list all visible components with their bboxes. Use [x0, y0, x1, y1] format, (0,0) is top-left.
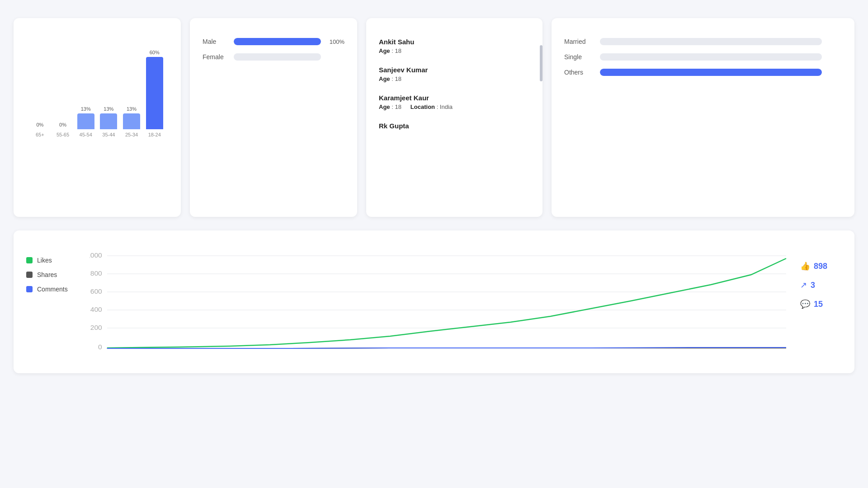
relationship-rows: MarriedSingleOthers [564, 38, 842, 76]
legend-label: Likes [37, 257, 52, 264]
rel-bar-bg [600, 69, 822, 76]
profile-entry: Karamjeet KaurAge : 18Location : India [379, 94, 530, 113]
gender-pct: 100% [327, 38, 344, 45]
dashboard: 0%65+0%55-6513%45-5413%35-4413%25-3460%1… [0, 0, 868, 387]
svg-text:600: 600 [90, 288, 102, 295]
profile-meta-row: Age : 18 [379, 75, 530, 82]
rel-row: Married [564, 38, 842, 45]
bar-bottom-label: 18-24 [148, 132, 161, 137]
target-profile-card: Ankit SahuAge : 18Sanjeev KumarAge : 18K… [366, 18, 542, 217]
svg-text:1,000: 1,000 [90, 252, 102, 259]
stat-item: 👍898 [800, 261, 836, 271]
social-engagement-card: LikesSharesComments 1,000 800 600 400 20… [14, 230, 854, 373]
legend-dot [26, 257, 33, 263]
stat-number: 15 [814, 300, 823, 309]
bar-bottom-label: 25-34 [125, 132, 138, 137]
shares-icon: ↗ [800, 280, 807, 290]
age-bar-group: 0%65+ [31, 122, 49, 137]
profile-name: Rk Gupta [379, 122, 530, 130]
bar-fill [146, 57, 163, 129]
profile-name: Sanjeev Kumar [379, 66, 530, 74]
gender-label: Male [203, 38, 227, 45]
stat-item: ↗3 [800, 280, 836, 290]
legend-dot [26, 286, 33, 292]
bar-top-label: 0% [36, 122, 43, 127]
profile-entry: Sanjeev KumarAge : 18 [379, 66, 530, 85]
legend-item: Likes [26, 257, 80, 264]
social-chart-area[interactable]: 1,000 800 600 400 200 0 [90, 252, 791, 361]
gender-row: Female [203, 53, 344, 61]
likes-line [107, 258, 786, 348]
bar-bottom-label: 45-54 [80, 132, 92, 137]
profile-age: Age : 18 [379, 75, 401, 82]
bar-fill [77, 113, 94, 129]
bar-bottom-label: 35-44 [102, 132, 115, 137]
svg-text:200: 200 [90, 324, 102, 331]
rel-label: Others [564, 69, 594, 76]
age-bar-group: 13%25-34 [123, 106, 141, 137]
bar-top-label: 60% [150, 50, 160, 55]
social-line-chart[interactable]: 1,000 800 600 400 200 0 [90, 252, 791, 361]
gender-label: Female [203, 53, 227, 61]
legend-item: Shares [26, 271, 80, 278]
stat-number: 898 [814, 262, 827, 271]
profile-name: Karamjeet Kaur [379, 94, 530, 102]
age-bar-group: 60%18-24 [145, 50, 164, 137]
bar-top-label: 13% [127, 106, 137, 112]
bar-bottom-label: 55-65 [57, 132, 69, 137]
rel-label: Married [564, 38, 594, 45]
profile-meta-row: Age : 18 [379, 47, 530, 54]
profile-name: Ankit Sahu [379, 38, 530, 46]
legend-dot [26, 272, 33, 278]
stat-number: 3 [811, 281, 815, 290]
bar-top-label: 13% [81, 106, 91, 112]
legend-item: Comments [26, 286, 80, 293]
top-row: 0%65+0%55-6513%45-5413%35-4413%25-3460%1… [14, 18, 854, 217]
bar-bottom-label: 65+ [36, 132, 44, 137]
svg-text:0: 0 [98, 344, 102, 351]
likes-icon: 👍 [800, 261, 810, 271]
gender-bar-bg [234, 38, 321, 45]
social-stats: 👍898↗3💬15 [800, 252, 836, 309]
svg-text:400: 400 [90, 306, 102, 313]
gender-card: Male100%Female [190, 18, 357, 217]
bar-top-label: 0% [59, 122, 66, 127]
legend-label: Shares [37, 271, 57, 278]
legend-label: Comments [37, 286, 68, 293]
rel-bar-fill [600, 69, 822, 76]
gender-row: Male100% [203, 38, 344, 45]
age-bar-chart: 0%65+0%55-6513%45-5413%35-4413%25-3460%1… [26, 38, 168, 137]
scrollbar[interactable] [540, 45, 542, 81]
profile-location: Location : India [410, 103, 453, 110]
bar-fill [123, 113, 140, 129]
rel-row: Single [564, 53, 842, 61]
svg-text:800: 800 [90, 270, 102, 277]
rel-label: Single [564, 53, 594, 61]
comments-icon: 💬 [800, 299, 810, 309]
stat-item: 💬15 [800, 299, 836, 309]
social-content: LikesSharesComments 1,000 800 600 400 20… [26, 252, 836, 361]
profile-entry: Rk Gupta [379, 122, 530, 134]
profile-entry: Ankit SahuAge : 18 [379, 38, 530, 57]
profile-age: Age : 18 [379, 47, 401, 54]
age-card: 0%65+0%55-6513%45-5413%35-4413%25-3460%1… [14, 18, 181, 217]
gender-bar-bg [234, 53, 321, 61]
social-legend: LikesSharesComments [26, 252, 80, 293]
rel-bar-bg [600, 38, 822, 45]
gender-rows: Male100%Female [203, 38, 344, 61]
age-bar-group: 13%35-44 [99, 106, 118, 137]
age-bar-group: 0%55-65 [54, 122, 72, 137]
rel-bar-bg [600, 53, 822, 61]
gender-bar-fill [234, 38, 321, 45]
profile-entries: Ankit SahuAge : 18Sanjeev KumarAge : 18K… [379, 38, 530, 134]
relationship-card: MarriedSingleOthers [552, 18, 854, 217]
age-bar-group: 13%45-54 [76, 106, 95, 137]
bar-top-label: 13% [104, 106, 113, 112]
profile-meta-row: Age : 18Location : India [379, 103, 530, 110]
rel-row: Others [564, 69, 842, 76]
bar-fill [100, 113, 117, 129]
profile-age: Age : 18 [379, 103, 401, 110]
